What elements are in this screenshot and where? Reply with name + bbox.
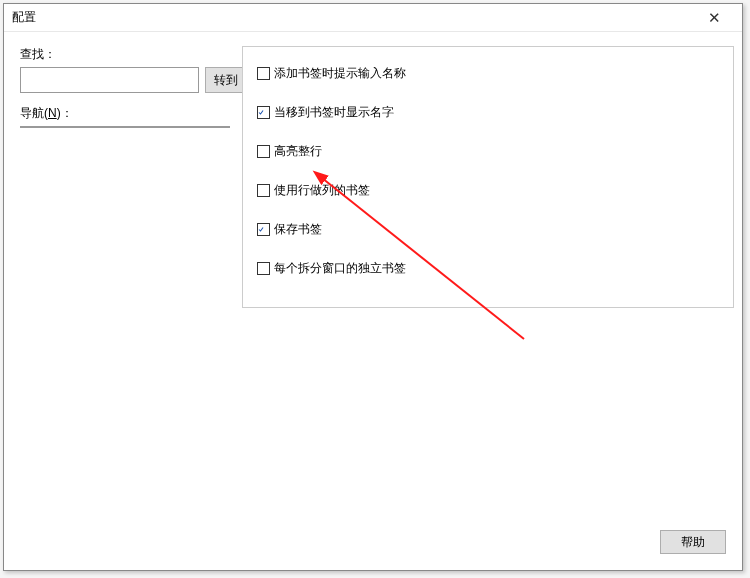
checkbox-use_row_as_col[interactable] (257, 184, 270, 197)
search-input[interactable] (20, 67, 199, 93)
options-list: 添加书签时提示输入名称当移到书签时显示名字高亮整行使用行做列的书签保存书签每个拆… (257, 65, 719, 277)
checkbox-independent_per_split[interactable] (257, 262, 270, 275)
checkbox-show_name[interactable] (257, 106, 270, 119)
option-row-show_name: 当移到书签时显示名字 (257, 104, 719, 121)
nav-label: 导航(N)： (20, 105, 230, 122)
option-row-highlight_line: 高亮整行 (257, 143, 719, 160)
option-row-use_row_as_col: 使用行做列的书签 (257, 182, 719, 199)
search-label: 查找： (20, 46, 230, 63)
titlebar: 配置 ✕ (4, 4, 742, 32)
checkbox-save_bookmarks[interactable] (257, 223, 270, 236)
checkbox-highlight_line[interactable] (257, 145, 270, 158)
checkbox-add_prompt[interactable] (257, 67, 270, 80)
option-label: 高亮整行 (274, 143, 322, 160)
config-dialog: 配置 ✕ 查找： 转到 导航(N)： −编辑器高级自动完成括号/字符串书签列模式… (3, 3, 743, 571)
option-label: 保存书签 (274, 221, 322, 238)
help-button[interactable]: 帮助 (660, 530, 726, 554)
close-icon: ✕ (708, 9, 721, 27)
check-icon (258, 107, 264, 118)
option-row-save_bookmarks: 保存书签 (257, 221, 719, 238)
go-button[interactable]: 转到 (205, 67, 247, 93)
option-label: 使用行做列的书签 (274, 182, 370, 199)
left-panel: 查找： 转到 导航(N)： −编辑器高级自动完成括号/字符串书签列模式定界符十六… (20, 46, 230, 128)
options-panel: 添加书签时提示输入名称当移到书签时显示名字高亮整行使用行做列的书签保存书签每个拆… (242, 46, 734, 308)
window-title: 配置 (12, 9, 36, 26)
dialog-body: 查找： 转到 导航(N)： −编辑器高级自动完成括号/字符串书签列模式定界符十六… (4, 32, 742, 570)
nav-label-suffix: )： (57, 106, 73, 120)
nav-label-prefix: 导航( (20, 106, 48, 120)
search-row: 转到 (20, 67, 230, 93)
nav-tree-container: −编辑器高级自动完成括号/字符串书签列模式定界符十六进制模式图像拖放其它自动换行… (20, 126, 230, 128)
option-label: 添加书签时提示输入名称 (274, 65, 406, 82)
check-icon (258, 224, 264, 235)
dialog-footer: 帮助 (20, 522, 734, 562)
option-label: 每个拆分窗口的独立书签 (274, 260, 406, 277)
content-row: 查找： 转到 导航(N)： −编辑器高级自动完成括号/字符串书签列模式定界符十六… (20, 46, 734, 522)
option-label: 当移到书签时显示名字 (274, 104, 394, 121)
close-button[interactable]: ✕ (694, 5, 734, 31)
option-row-independent_per_split: 每个拆分窗口的独立书签 (257, 260, 719, 277)
nav-label-key: N (48, 106, 57, 120)
option-row-add_prompt: 添加书签时提示输入名称 (257, 65, 719, 82)
